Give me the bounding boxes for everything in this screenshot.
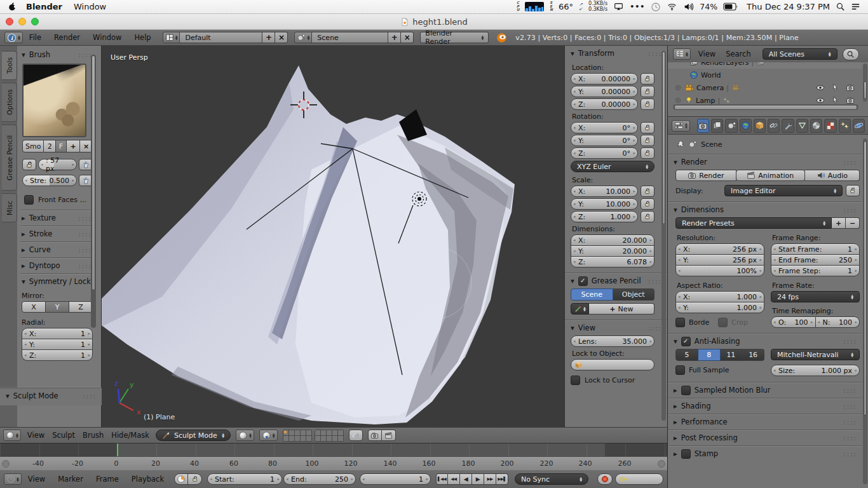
add-preset-button[interactable]: + xyxy=(832,217,846,229)
render-panel-header[interactable]: Render xyxy=(668,154,862,170)
location-z-field[interactable]: Z:0.00000 xyxy=(571,98,638,110)
aa-filter-dropdown[interactable]: Mitchell-Netravali xyxy=(771,349,860,360)
panel-grip-icon[interactable] xyxy=(843,337,857,346)
performance-panel-header[interactable]: Performance xyxy=(668,414,862,430)
panel-grip-icon[interactable] xyxy=(82,391,96,400)
auto-keyframe-button[interactable] xyxy=(597,473,613,485)
lock-scale-z-button[interactable] xyxy=(641,211,654,222)
tab-grease-pencil[interactable]: Grease Pencil xyxy=(2,125,17,191)
layers-grid-1[interactable] xyxy=(283,430,312,442)
eye-icon[interactable] xyxy=(816,83,825,92)
spotlight-search-icon[interactable] xyxy=(836,2,845,11)
brush-add-button[interactable]: + xyxy=(67,140,81,152)
outliner-vscrollbar[interactable] xyxy=(863,64,867,102)
panel-grip-icon[interactable] xyxy=(843,417,857,426)
radial-z-field[interactable]: Z:1 xyxy=(22,349,93,361)
stroke-panel-header[interactable]: Stroke xyxy=(20,226,93,241)
panel-grip-icon[interactable] xyxy=(843,433,857,442)
remove-preset-button[interactable]: − xyxy=(846,217,860,229)
radial-y-field[interactable]: Y:1 xyxy=(22,339,93,350)
tab-render[interactable] xyxy=(697,119,709,133)
panel-grip-icon[interactable] xyxy=(78,229,92,238)
tab-scene[interactable] xyxy=(725,119,737,133)
wifi-icon[interactable] xyxy=(667,2,677,11)
brush-fake-user-toggle[interactable]: F xyxy=(56,140,67,152)
editor-type-selector-timeline[interactable] xyxy=(4,473,22,485)
mirror-x-toggle[interactable]: X xyxy=(22,301,46,313)
aa-size-field[interactable]: Size:1.000 px xyxy=(771,365,860,376)
time-machine-icon[interactable] xyxy=(651,2,661,12)
lock-location-x-button[interactable] xyxy=(641,73,654,85)
frame-step-field[interactable]: Frame Step:1 xyxy=(771,265,860,276)
end-frame-field[interactable]: End Frame:250 xyxy=(771,254,860,266)
cursor-select-icon[interactable] xyxy=(831,83,839,92)
end-frame-field[interactable]: End:250 xyxy=(283,473,356,485)
expand-icon[interactable] xyxy=(674,84,682,92)
aspect-x-field[interactable]: X:1.000 xyxy=(675,291,764,302)
outliner-row-world[interactable]: World xyxy=(668,69,868,81)
crop-checkbox[interactable] xyxy=(718,318,728,327)
panel-grip-icon[interactable] xyxy=(78,261,92,270)
battery-icon[interactable] xyxy=(723,3,738,11)
location-y-field[interactable]: Y:0.00000 xyxy=(571,86,638,97)
border-checkbox[interactable] xyxy=(675,318,685,327)
lock-scale-y-button[interactable] xyxy=(641,198,654,210)
gp-object-toggle[interactable]: Object xyxy=(613,288,655,301)
panel-grip-icon[interactable] xyxy=(843,158,857,166)
panel-grip-icon[interactable] xyxy=(78,214,92,222)
temperature-status[interactable]: 66° xyxy=(559,2,573,11)
gp-new-button[interactable]: +New xyxy=(589,303,654,315)
scene-icon-button[interactable] xyxy=(294,32,312,43)
play-button[interactable]: ▶ xyxy=(472,473,484,485)
menu-window[interactable]: Window xyxy=(93,33,121,42)
expand-icon[interactable] xyxy=(674,97,682,104)
tab-physics[interactable] xyxy=(853,119,865,133)
keying-set-field[interactable] xyxy=(615,473,663,485)
mirror-y-toggle[interactable]: Y xyxy=(46,301,69,313)
minimize-window-button[interactable] xyxy=(18,18,26,25)
brush-users-count[interactable]: 2 xyxy=(44,140,56,152)
lock-location-y-button[interactable] xyxy=(641,86,654,97)
motion-blur-checkbox[interactable] xyxy=(681,386,691,395)
timeline-playhead[interactable] xyxy=(117,444,118,457)
lock-location-z-button[interactable] xyxy=(641,98,654,110)
panel-grip-icon[interactable] xyxy=(843,386,857,395)
menu-view[interactable]: View xyxy=(698,50,715,58)
cpu-graph-widget[interactable] xyxy=(525,2,544,11)
tab-tools[interactable]: Tools xyxy=(2,51,17,80)
breadcrumb-scene-label[interactable]: Scene xyxy=(701,140,722,149)
lock-scale-x-button[interactable] xyxy=(641,186,654,197)
rotation-x-field[interactable]: X:0° xyxy=(571,122,638,133)
menu-help[interactable]: Help xyxy=(134,33,151,42)
sync-mode-dropdown[interactable]: No Sync xyxy=(515,473,588,485)
panel-grip-icon[interactable] xyxy=(843,402,857,410)
grease-pencil-checkbox[interactable] xyxy=(578,276,588,286)
layers-grid-2[interactable] xyxy=(315,430,344,442)
scale-x-field[interactable]: X:10.000 xyxy=(571,186,638,197)
add-scene-button[interactable]: + xyxy=(388,32,401,43)
remap-new-field[interactable]: N:100 xyxy=(816,316,860,328)
timeline-track[interactable] xyxy=(0,443,667,456)
matcap-dropdown[interactable] xyxy=(236,430,254,441)
tab-render-layers[interactable] xyxy=(711,119,723,133)
scene-name-field[interactable]: Scene xyxy=(312,32,388,43)
delete-layout-button[interactable]: × xyxy=(275,32,288,43)
npanel-scrollbar[interactable] xyxy=(661,51,666,421)
opengl-anim-button[interactable] xyxy=(382,430,396,441)
play-reverse-button[interactable]: ◀ xyxy=(460,473,472,485)
timeline-ruler[interactable]: -40 -20 0 20 40 60 80 100 120 140 160 18… xyxy=(0,456,667,470)
menu-sculpt[interactable]: Sculpt xyxy=(52,431,75,440)
panel-grip-icon[interactable] xyxy=(648,49,661,58)
symmetry-panel-header[interactable]: Symmetry / Lock xyxy=(20,274,93,289)
screen-layout-icon-button[interactable] xyxy=(163,32,180,43)
texture-panel-header[interactable]: Texture xyxy=(20,210,93,226)
panel-grip-icon[interactable] xyxy=(78,50,92,59)
transform-panel-header[interactable]: Transform xyxy=(565,46,667,61)
aa-samples-11[interactable]: 11 xyxy=(721,349,743,361)
gp-layer-icon-dropdown[interactable] xyxy=(571,303,589,315)
jump-to-start-button[interactable]: ▌◀◀ xyxy=(436,473,448,485)
lock-to-cursor-checkbox[interactable] xyxy=(571,376,580,385)
eye-icon[interactable] xyxy=(816,96,825,105)
menubar-window-menu[interactable]: Window xyxy=(74,2,106,11)
add-layout-button[interactable]: + xyxy=(262,32,275,43)
